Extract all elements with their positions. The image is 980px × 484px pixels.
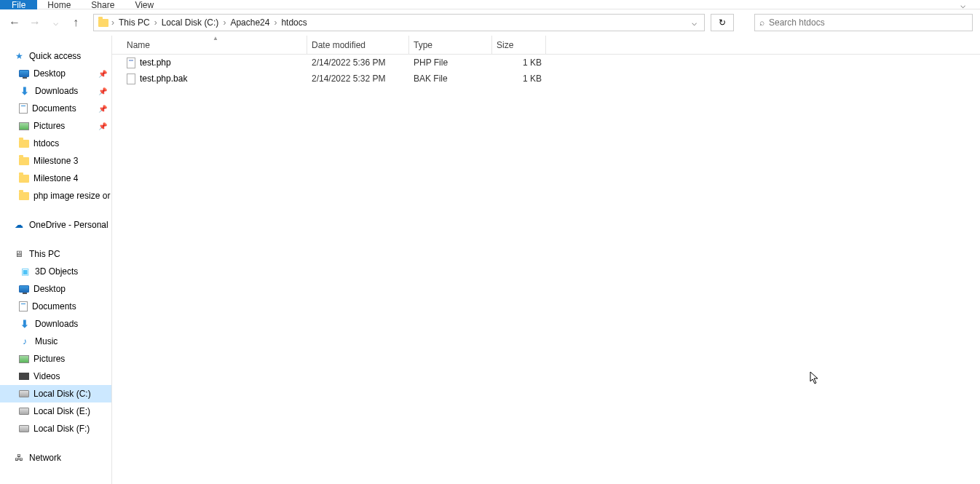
address-bar[interactable]: › This PC › Local Disk (C:) › Apache24 ›… xyxy=(93,14,705,31)
tree-network[interactable]: 🖧 Network xyxy=(0,449,111,467)
column-label: Size xyxy=(497,40,513,50)
tree-item[interactable]: Desktop📌 xyxy=(0,65,111,82)
chevron-right-icon[interactable]: › xyxy=(221,17,227,28)
tree-item-label: Pictures xyxy=(33,121,65,131)
refresh-icon: ↻ xyxy=(719,17,726,28)
tree-item-label: Music xyxy=(35,336,58,346)
file-row[interactable]: test.php.bak2/14/2022 5:32 PMBAK File1 K… xyxy=(112,71,980,87)
folder-icon xyxy=(97,16,110,29)
refresh-button[interactable]: ↻ xyxy=(711,14,734,31)
tree-item[interactable]: Documents xyxy=(0,298,111,315)
address-dropdown-icon[interactable]: ⌵ xyxy=(687,17,701,28)
tree-item[interactable]: Milestone 3 xyxy=(0,152,111,170)
ribbon-tab-home[interactable]: Home xyxy=(37,0,81,9)
arrow-up-icon: ↑ xyxy=(73,16,79,29)
column-type[interactable]: Type xyxy=(409,36,492,55)
ribbon-tab-file[interactable]: File xyxy=(0,0,37,9)
tree-item-label: Milestone 4 xyxy=(33,173,78,183)
column-size[interactable]: Size xyxy=(492,36,546,55)
tree-item[interactable]: Documents📌 xyxy=(0,100,111,117)
tree-quick-access[interactable]: ★ Quick access xyxy=(0,47,111,65)
column-label: Type xyxy=(414,40,432,50)
column-label: Name xyxy=(127,40,150,50)
tree-item-label: Documents xyxy=(32,103,76,114)
tree-item[interactable]: Milestone 4 xyxy=(0,170,111,187)
tree-label: Quick access xyxy=(29,51,81,61)
tree-this-pc[interactable]: 🖥 This PC xyxy=(0,245,111,263)
tree-item[interactable]: Local Disk (C:) xyxy=(0,385,111,402)
nav-back-button[interactable]: ← xyxy=(6,14,23,31)
nav-recent-button[interactable]: ⌵ xyxy=(47,14,64,31)
tree-item[interactable]: Pictures xyxy=(0,350,111,368)
breadcrumb-htdocs[interactable]: htdocs xyxy=(278,17,309,28)
arrow-left-icon: ← xyxy=(9,16,20,29)
file-size: 1 KB xyxy=(492,57,546,68)
tree-item[interactable]: ⬇Downloads xyxy=(0,315,111,333)
pin-icon: 📌 xyxy=(98,87,107,95)
arrow-right-icon: → xyxy=(29,16,41,29)
search-icon: ⌕ xyxy=(759,17,764,28)
search-input[interactable] xyxy=(769,17,968,28)
tree-item-label: Downloads xyxy=(35,319,78,329)
nav-bar: ← → ⌵ ↑ › This PC › Local Disk (C:) › Ap… xyxy=(0,9,980,36)
nav-up-button[interactable]: ↑ xyxy=(67,14,84,31)
pin-icon: 📌 xyxy=(98,70,107,78)
column-name[interactable]: Name ▲ xyxy=(122,36,307,55)
file-date: 2/14/2022 5:36 PM xyxy=(307,57,409,68)
tree-label: This PC xyxy=(29,249,60,259)
ribbon-tabs: File Home Share View ⌵ xyxy=(0,0,980,9)
tree-item-label: Desktop xyxy=(33,68,66,79)
tree-item[interactable]: Local Disk (E:) xyxy=(0,402,111,420)
file-type: BAK File xyxy=(409,74,492,84)
chevron-right-icon[interactable]: › xyxy=(110,17,116,28)
chevron-right-icon[interactable]: › xyxy=(272,17,278,28)
tree-item-label: Documents xyxy=(32,301,76,312)
search-box[interactable]: ⌕ xyxy=(754,14,973,31)
tree-item-label: Videos xyxy=(33,371,60,381)
tree-item[interactable]: htdocs xyxy=(0,135,111,152)
breadcrumb-thispc[interactable]: This PC xyxy=(116,17,153,28)
pin-icon: 📌 xyxy=(98,122,107,130)
tree-item[interactable]: ▣3D Objects xyxy=(0,263,111,280)
network-icon: 🖧 xyxy=(13,452,25,464)
nav-forward-button[interactable]: → xyxy=(26,14,44,31)
tree-onedrive[interactable]: ☁ OneDrive - Personal xyxy=(0,216,111,234)
tree-label: Network xyxy=(29,453,61,463)
breadcrumb-localdisk-c[interactable]: Local Disk (C:) xyxy=(159,17,222,28)
tree-item[interactable]: Local Disk (F:) xyxy=(0,420,111,437)
tree-item-label: Local Disk (C:) xyxy=(33,389,91,399)
tree-item-label: Local Disk (F:) xyxy=(33,424,90,434)
ribbon-expand-icon[interactable]: ⌵ xyxy=(960,0,965,10)
tree-item-label: Pictures xyxy=(33,354,65,364)
file-list: Name ▲ Date modified Type Size test.php2… xyxy=(112,36,980,484)
ribbon-tab-view[interactable]: View xyxy=(125,0,164,9)
file-type: PHP File xyxy=(409,57,492,68)
tree-item-label: Local Disk (E:) xyxy=(33,406,90,416)
tree-item[interactable]: Pictures📌 xyxy=(0,117,111,135)
file-row[interactable]: test.php2/14/2022 5:36 PMPHP File1 KB xyxy=(112,55,980,71)
pc-icon: 🖥 xyxy=(13,248,25,260)
tree-item-label: Downloads xyxy=(35,86,78,96)
ribbon-tab-share[interactable]: Share xyxy=(81,0,125,9)
tree-item-label: htdocs xyxy=(33,138,59,148)
chevron-down-icon: ⌵ xyxy=(53,17,58,28)
tree-item[interactable]: ♪Music xyxy=(0,333,111,350)
file-name: test.php.bak xyxy=(140,74,187,84)
tree-item[interactable]: Desktop xyxy=(0,280,111,298)
cloud-icon: ☁ xyxy=(13,219,25,231)
tree-item-label: 3D Objects xyxy=(35,266,78,277)
tree-item-label: php image resize or xyxy=(33,191,110,201)
column-date[interactable]: Date modified xyxy=(307,36,409,55)
tree-item[interactable]: Videos xyxy=(0,368,111,385)
star-icon: ★ xyxy=(13,50,25,62)
tree-item[interactable]: ⬇Downloads📌 xyxy=(0,82,111,100)
chevron-right-icon[interactable]: › xyxy=(153,17,159,28)
file-size: 1 KB xyxy=(492,74,546,84)
column-headers: Name ▲ Date modified Type Size xyxy=(112,36,980,55)
sort-asc-icon: ▲ xyxy=(213,35,218,41)
tree-label: OneDrive - Personal xyxy=(29,220,108,230)
breadcrumb-apache24[interactable]: Apache24 xyxy=(227,17,272,28)
navigation-tree: ★ Quick access Desktop📌⬇Downloads📌Docume… xyxy=(0,36,112,484)
tree-item[interactable]: php image resize or xyxy=(0,187,111,205)
file-date: 2/14/2022 5:32 PM xyxy=(307,74,409,84)
